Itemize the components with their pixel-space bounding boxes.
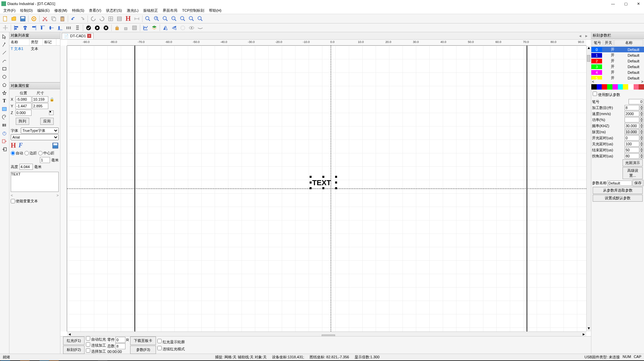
node-tool[interactable] — [1, 41, 8, 48]
tab-nav-left[interactable]: ◄ — [577, 34, 583, 38]
unlock-button[interactable] — [122, 24, 130, 32]
pen-row[interactable]: 0开Default — [591, 47, 644, 52]
document-tab[interactable]: 📄 DT-CAD1 × — [62, 33, 94, 39]
param-name-input[interactable] — [607, 180, 632, 186]
freq-input[interactable] — [625, 123, 639, 128]
pen-row[interactable]: 2开Default — [591, 58, 644, 64]
menu-tcp[interactable]: TCP控制标刻 — [180, 7, 206, 14]
handle-ne[interactable] — [335, 176, 337, 178]
snap-grid-button[interactable] — [107, 15, 115, 23]
menu-laser[interactable]: 激光(L) — [125, 7, 141, 14]
zoom-button[interactable] — [144, 15, 152, 23]
align-left-button[interactable] — [12, 24, 20, 32]
color-swatch[interactable] — [591, 84, 597, 90]
menu-view[interactable]: 查看(V) — [87, 7, 103, 14]
handle-nw[interactable] — [310, 176, 312, 178]
speed-spin[interactable]: ▲▼ — [640, 111, 643, 116]
barcode-tool[interactable] — [1, 121, 8, 129]
menu-status[interactable]: 状态栏(S) — [104, 7, 124, 14]
apply-button[interactable]: 应用 — [40, 118, 54, 125]
text-content-input[interactable]: TEXT — [11, 172, 59, 192]
object-list[interactable]: 名称 类型 标记 T 文本1 文本 — [9, 39, 60, 83]
text-insert-tool[interactable]: T — [1, 97, 8, 105]
menu-modify[interactable]: 修改(M) — [52, 7, 69, 14]
chart-button[interactable] — [142, 24, 150, 32]
object-row[interactable]: T 文本1 文本 — [9, 46, 60, 52]
font-name-select[interactable]: Arial — [11, 134, 59, 140]
undo-button[interactable] — [69, 15, 77, 23]
var-text-checkbox[interactable]: 使能变量文本 — [11, 199, 59, 204]
rotate-cw-button[interactable] — [98, 15, 106, 23]
handle-e[interactable] — [335, 182, 337, 184]
mirror-v-button[interactable] — [170, 24, 178, 32]
hide-button[interactable] — [196, 24, 204, 32]
off-delay-input[interactable] — [625, 141, 639, 147]
advanced-button[interactable]: 高级设置... — [623, 167, 643, 179]
w-input[interactable] — [32, 96, 48, 102]
menu-draw[interactable]: 绘制(D) — [18, 7, 35, 14]
accept-button[interactable] — [85, 24, 93, 32]
image-tool[interactable] — [1, 105, 8, 113]
red-light-button[interactable]: 红光(F1) — [63, 337, 85, 345]
color-palette[interactable] — [591, 84, 644, 90]
step-button[interactable] — [93, 24, 101, 32]
pen-row[interactable]: 4开Default — [591, 69, 644, 75]
save-param-button[interactable]: 保存 — [633, 180, 643, 186]
count-input[interactable] — [625, 105, 639, 110]
maximize-button[interactable]: ▢ — [622, 2, 630, 6]
params-button[interactable]: 参数(F3) — [130, 346, 156, 354]
red-outline-checkbox[interactable]: 红光显示轮廓 — [157, 339, 185, 345]
move-tool-button[interactable] — [1, 24, 9, 32]
paste-button[interactable] — [58, 15, 66, 23]
preview-button[interactable] — [187, 24, 196, 32]
font-type-select[interactable]: TrueType字体 — [21, 127, 59, 134]
cut-button[interactable] — [41, 15, 49, 23]
select-tool[interactable] — [1, 33, 8, 40]
timer-tool[interactable] — [1, 130, 8, 137]
anchor-picker[interactable] — [49, 110, 54, 115]
zoom-selection-button[interactable] — [179, 15, 187, 23]
group-button[interactable] — [130, 24, 139, 32]
f-style-icon[interactable]: F — [19, 142, 23, 149]
color-swatch[interactable] — [612, 84, 618, 90]
menu-layout[interactable]: 界面布局 — [161, 7, 179, 14]
circle-tool[interactable] — [1, 73, 8, 81]
mark-button[interactable]: 标刻(F2) — [63, 346, 85, 354]
minimize-button[interactable]: — — [608, 2, 618, 6]
spacing-input[interactable] — [40, 157, 50, 163]
tab-close-button[interactable]: × — [87, 34, 91, 38]
dimension-button[interactable] — [133, 15, 141, 23]
y-input[interactable] — [15, 103, 32, 109]
align-bottom-button[interactable] — [56, 24, 64, 32]
new-button[interactable] — [1, 15, 9, 23]
open-button[interactable] — [10, 15, 18, 23]
visible-toggle-button[interactable] — [179, 24, 187, 32]
corner-delay-input[interactable] — [625, 153, 639, 159]
settings-button[interactable] — [30, 15, 38, 23]
zoom-fit-button[interactable] — [161, 15, 169, 23]
from-lib-button[interactable]: 从参数库选取参数 — [593, 187, 643, 194]
use-default-checkbox[interactable]: 使用默认参数 — [591, 90, 644, 99]
power-spin[interactable]: ▲▼ — [640, 117, 643, 122]
polygon-tool[interactable] — [1, 81, 8, 89]
save-button[interactable] — [19, 15, 27, 23]
handle-sw[interactable] — [310, 187, 312, 189]
cont-red-checkbox[interactable]: 连续红光模式 — [157, 346, 185, 352]
menu-help[interactable]: 帮助(H) — [207, 7, 223, 14]
copy-button[interactable] — [50, 15, 58, 23]
on-delay-input[interactable] — [625, 135, 639, 141]
distribute-h-button[interactable] — [65, 24, 73, 32]
color-swatch[interactable] — [607, 84, 612, 90]
zoom-extents-button[interactable] — [196, 15, 204, 23]
reject-button[interactable] — [102, 24, 110, 32]
download-button[interactable]: 下载至板卡 — [130, 337, 156, 345]
handle-n[interactable] — [322, 176, 324, 178]
set-default-button[interactable]: 设置成默认参数 — [593, 195, 643, 202]
lock-aspect-icon[interactable]: 🔒 — [50, 97, 54, 102]
color-swatch[interactable] — [597, 84, 602, 90]
color-swatch[interactable] — [634, 84, 639, 90]
end-delay-input[interactable] — [625, 147, 639, 153]
save-style-icon[interactable] — [52, 142, 59, 149]
array-button[interactable]: 阵列 — [16, 118, 29, 125]
lock-button[interactable] — [113, 24, 121, 32]
